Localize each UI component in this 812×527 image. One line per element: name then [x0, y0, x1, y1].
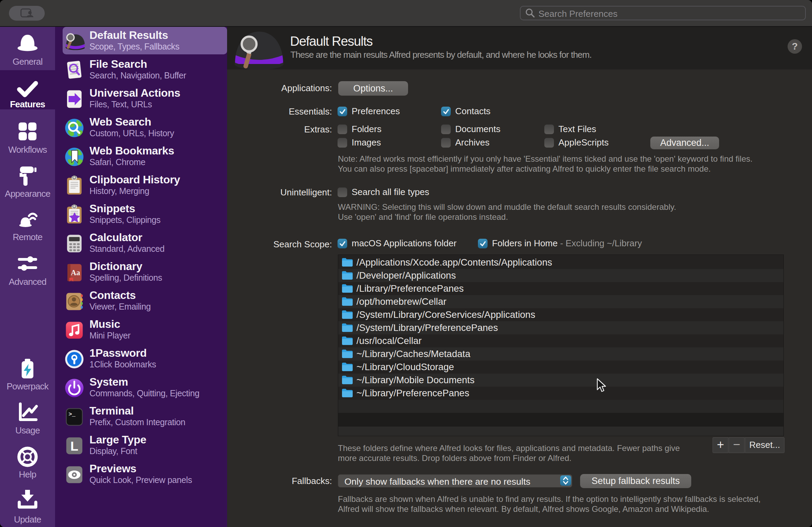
svg-text:>_: >_ [68, 411, 76, 418]
svg-text:L: L [70, 439, 78, 453]
svg-text:Aa: Aa [71, 268, 80, 277]
